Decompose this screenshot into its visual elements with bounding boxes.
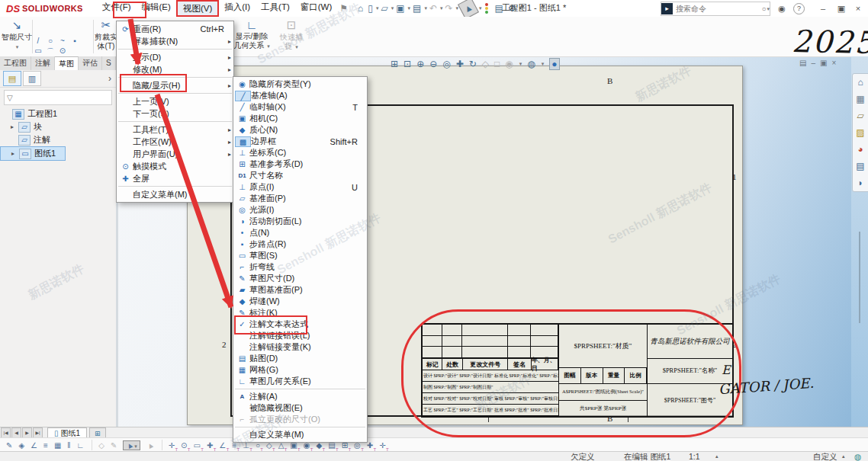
view-menu-item-1[interactable]: 屏幕捕获(N)▸	[117, 35, 233, 47]
caret-icon[interactable]: ▾	[391, 5, 394, 11]
sketch-entity-icon[interactable]: ○	[46, 37, 55, 45]
comments-icon[interactable]: ◗	[853, 174, 868, 191]
restore-button[interactable]: ▣	[833, 1, 850, 16]
view-menu-item-11[interactable]: 工具栏(T)▸	[117, 123, 233, 136]
menubar-item-5[interactable]: 窗口(W)	[295, 0, 338, 17]
quick-snaps-button[interactable]: ⊡ 快速捕 捉 ▾	[276, 18, 307, 55]
tree-filter-box[interactable]: ▽	[4, 90, 112, 105]
hide-show-menu-item-7[interactable]: ⊞基准参考系(D)	[233, 158, 367, 170]
caret-icon[interactable]: ▾	[134, 443, 137, 449]
snap-icon-17[interactable]: ✛T	[379, 441, 385, 450]
home-icon[interactable]: ⌂	[853, 74, 868, 91]
save-icon[interactable]: ▣	[396, 1, 404, 16]
zoom-selection-icon[interactable]: ◎	[442, 59, 450, 69]
note-icon[interactable]: ✎	[6, 441, 12, 450]
pan-icon[interactable]: ✚	[456, 59, 464, 69]
hide-show-menu-item-14[interactable]: ▪步路点(R)	[233, 239, 367, 250]
hide-show-menu-item-0[interactable]: ◉隐藏所有类型(Y)	[233, 78, 367, 90]
new-document-icon[interactable]: ▯	[368, 1, 373, 16]
hide-show-items-icon[interactable]: ◉	[505, 59, 513, 69]
display-style-icon[interactable]: □	[494, 59, 500, 69]
menubar-item-0[interactable]: 文件(F)	[97, 0, 137, 17]
tab-2[interactable]: 草图	[55, 56, 79, 70]
hide-show-menu-item-26[interactable]: ∟草图几何关系(E)	[233, 376, 367, 387]
caret-icon[interactable]: ▾	[542, 61, 545, 67]
view-menu-item-4[interactable]: 修改(M)▸	[117, 63, 233, 75]
close-button[interactable]: ×	[850, 1, 866, 16]
add-sheet-tab[interactable]: ⊞	[89, 427, 106, 438]
sketch-entity-icon[interactable]: ▭	[34, 46, 43, 57]
tree-item-2[interactable]: ▸▭图纸1	[0, 146, 66, 161]
print-icon[interactable]: ▤	[413, 1, 421, 16]
tree-item-1[interactable]: ▱注解	[0, 133, 116, 146]
shaded-view-icon[interactable]: ●	[549, 58, 559, 70]
hide-show-menu-item-25[interactable]: ▦网格(G)	[233, 364, 367, 376]
featuremanager-tree-tab[interactable]: ▤	[3, 71, 21, 86]
angle-icon[interactable]: ∠	[31, 441, 37, 450]
datum-icon[interactable]: ∟	[77, 441, 85, 450]
zoom-area-icon[interactable]: ⊡	[403, 59, 411, 69]
hide-show-menu-item-11[interactable]: ◎光源(I)	[233, 204, 367, 216]
hide-show-menu-item-2[interactable]: ╱临时轴(X)T	[233, 101, 367, 113]
hide-show-menu-item-10[interactable]: ▱基准面(P)	[233, 193, 367, 204]
sketch-entity-icon[interactable]: /	[34, 37, 43, 45]
view-menu-item-8[interactable]: 上一页(V)	[117, 95, 233, 107]
view-menu-item-15[interactable]: ✚全屏	[117, 172, 233, 184]
hide-show-menu-item-17[interactable]: ✎草图尺寸(D)	[233, 273, 367, 284]
menubar-item-4[interactable]: 工具(T)	[256, 0, 295, 17]
parallel-icon[interactable]: ‖	[67, 441, 70, 450]
hide-show-menu-item-5[interactable]: ▩边界框Shift+R	[233, 136, 367, 147]
caret-icon[interactable]: ▾	[408, 5, 411, 11]
task-pane-scrollbar[interactable]	[859, 232, 860, 323]
view-settings-icon[interactable]: ◍	[527, 59, 535, 69]
trim-entities-button[interactable]: ✂ 剪裁实体(T)	[95, 18, 117, 55]
custom-caret-icon[interactable]: ▴	[842, 452, 845, 461]
display-delete-relations-button[interactable]: ∟ 显示/删除 几何关系 ▾	[231, 18, 272, 55]
hide-show-menu-item-20[interactable]: ✎标注(K)	[233, 307, 367, 319]
hide-show-menu-item-29[interactable]: 被隐藏视图(E)	[233, 402, 367, 414]
hide-show-menu-item-8[interactable]: D1尺寸名称	[233, 170, 367, 181]
view-menu-item-3[interactable]: 显示(D)▸	[117, 51, 233, 63]
home-icon[interactable]: ⌂	[358, 1, 363, 16]
sketch-entity-icon[interactable]: ⊙	[58, 46, 67, 57]
view-menu-item-14[interactable]: ⊙触摸模式	[117, 160, 233, 172]
select-tool-disabled-icon[interactable]: ▲	[145, 440, 156, 450]
caret-icon[interactable]: ▾	[767, 6, 770, 12]
magnifier-icon[interactable]: ○	[761, 5, 766, 13]
snap-icon-4[interactable]: ∠T	[219, 441, 226, 450]
line-format-icon[interactable]: ≡	[43, 441, 48, 450]
open-icon[interactable]: ▱	[381, 1, 387, 16]
view-menu-item-13[interactable]: 用户界面(U)▸	[117, 148, 233, 160]
sketch-entity-icon[interactable]: ⌒	[46, 46, 55, 57]
hide-show-menu-item-22[interactable]: 注解链接错误(L)	[233, 330, 367, 341]
globe-icon[interactable]: ◍	[854, 452, 861, 461]
sketch-tool-icon[interactable]: ◇	[98, 441, 104, 450]
hide-show-menu-item-9[interactable]: ⊥原点(I)U	[233, 181, 367, 193]
tab-1[interactable]: 注解	[31, 56, 55, 70]
smart-dimension-button[interactable]: ↘ 智能尺寸 ▾	[2, 18, 32, 55]
balloon-icon[interactable]: ◈	[18, 441, 24, 450]
menubar-item-3[interactable]: 插入(I)	[219, 0, 256, 17]
tab-0[interactable]: 工程图	[0, 56, 31, 70]
menubar-item-1[interactable]: 编辑(E)	[137, 0, 176, 17]
sketch-tool-icon[interactable]: ✎	[111, 441, 117, 450]
hide-show-menu-item-12[interactable]: ◑活动剖切面(L)	[233, 216, 367, 227]
snap-icon-1[interactable]: ⊙T	[181, 441, 187, 450]
snap-icon-2[interactable]: ▭T	[194, 441, 201, 450]
doc-restore-button[interactable]: ▣	[820, 59, 827, 67]
doc-minimize-button[interactable]: –	[811, 59, 815, 67]
tab-3[interactable]: 评估	[79, 56, 102, 70]
view-orientation-icon[interactable]: ◇	[482, 59, 489, 69]
hide-show-menu-item-23[interactable]: 注解链接变量(K)	[233, 341, 367, 353]
chevron-right-icon[interactable]: ›	[108, 73, 111, 84]
hide-show-menu-item-18[interactable]: ▰草图基准面(P)	[233, 284, 367, 296]
resources-icon[interactable]: ▦	[853, 91, 868, 107]
scale-caret-icon[interactable]: ▴	[715, 452, 719, 461]
hide-show-menu-item-15[interactable]: ▭草图(S)	[233, 250, 367, 261]
sheet-tab-active[interactable]: ▯ 图纸1	[47, 427, 87, 438]
hide-show-menu-item-13[interactable]: •点(N)	[233, 227, 367, 239]
hide-show-menu-item-3[interactable]: ▣相机(C)	[233, 113, 367, 124]
view-menu-item-6[interactable]: 隐藏/显示(H)▸	[117, 79, 233, 91]
rotate-view-icon[interactable]: ↻	[469, 59, 477, 69]
sheet-nav-1[interactable]: ◀	[11, 427, 21, 438]
